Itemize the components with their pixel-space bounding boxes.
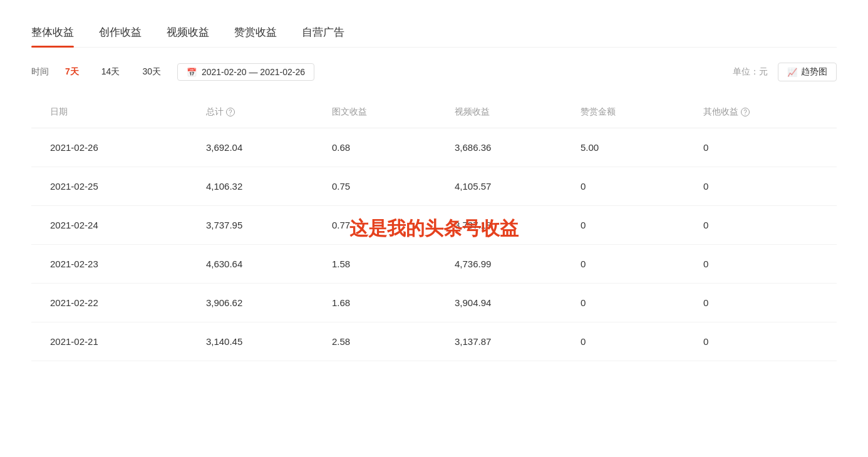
col-reward: 赞赏金额	[568, 96, 691, 128]
table-cell: 0.75	[319, 167, 442, 206]
table-cell: 0	[568, 245, 691, 284]
time-label: 时间	[31, 66, 49, 78]
tab-overall[interactable]: 整体收益	[31, 25, 74, 47]
table-cell: 0.68	[319, 128, 442, 167]
table-row: 2021-02-213,140.452.583,137.8700	[31, 322, 837, 361]
table-header-row: 日期 总计 ? 图文收益 视频收益 赞赏金额 其他收益 ?	[31, 96, 837, 128]
other-help-icon[interactable]: ?	[741, 108, 750, 116]
time-30d[interactable]: 30天	[136, 64, 167, 80]
table-cell: 0	[691, 167, 837, 206]
table-cell: 3,140.45	[194, 322, 319, 361]
table-cell: 3,906.62	[194, 284, 319, 322]
table-cell: 2021-02-24	[31, 206, 194, 245]
trend-chart-button[interactable]: 📈 趋势图	[778, 63, 837, 81]
table-cell: 0	[691, 245, 837, 284]
table-cell: 3,737.18	[442, 206, 568, 245]
table-cell: 0.77	[319, 206, 442, 245]
table-row: 2021-02-254,106.320.754,105.5700	[31, 167, 837, 206]
tab-ad[interactable]: 自营广告	[302, 25, 344, 47]
chart-icon: 📈	[787, 68, 797, 77]
table-cell: 4,630.64	[194, 245, 319, 284]
table-cell: 3,137.87	[442, 322, 568, 361]
page-container: 整体收益 创作收益 视频收益 赞赏收益 自营广告 时间 7天 14天 30天 📅…	[0, 0, 868, 386]
tab-creation[interactable]: 创作收益	[99, 25, 142, 47]
table-cell: 2021-02-21	[31, 322, 194, 361]
table-cell: 0	[691, 322, 837, 361]
table-cell: 3,904.94	[442, 284, 568, 322]
table-cell: 2021-02-26	[31, 128, 194, 167]
table-cell: 4,106.32	[194, 167, 319, 206]
table-cell: 0	[568, 206, 691, 245]
table-cell: 3,686.36	[442, 128, 568, 167]
table-row: 2021-02-234,630.641.584,736.9900	[31, 245, 837, 284]
total-help-icon[interactable]: ?	[226, 108, 235, 116]
table-cell: 2021-02-25	[31, 167, 194, 206]
table-cell: 3,737.95	[194, 206, 319, 245]
time-7d[interactable]: 7天	[59, 64, 85, 80]
table-cell: 1.68	[319, 284, 442, 322]
filter-bar: 时间 7天 14天 30天 📅 2021-02-20 — 2021-02-26 …	[31, 63, 837, 81]
col-total: 总计 ?	[194, 96, 319, 128]
tab-reward[interactable]: 赞赏收益	[234, 25, 277, 47]
table-cell: 0	[568, 322, 691, 361]
table-cell: 0	[568, 167, 691, 206]
table-cell: 3,692.04	[194, 128, 319, 167]
filter-right: 单位：元 📈 趋势图	[733, 63, 837, 81]
table-cell: 0	[691, 284, 837, 322]
table-cell: 0	[568, 284, 691, 322]
table-row: 2021-02-223,906.621.683,904.9400	[31, 284, 837, 322]
table-cell: 2.58	[319, 322, 442, 361]
table-cell: 2021-02-23	[31, 245, 194, 284]
trend-btn-label: 趋势图	[801, 66, 827, 78]
date-range-picker[interactable]: 📅 2021-02-20 — 2021-02-26	[177, 63, 314, 81]
table-cell: 4,736.99	[442, 245, 568, 284]
col-other: 其他收益 ?	[691, 96, 837, 128]
col-graphic: 图文收益	[319, 96, 442, 128]
table-row: 2021-02-243,737.950.773,737.1800	[31, 206, 837, 245]
unit-label: 单位：元	[733, 66, 768, 78]
table-cell: 0	[691, 128, 837, 167]
table-cell: 1.58	[319, 245, 442, 284]
table-row: 2021-02-263,692.040.683,686.365.000	[31, 128, 837, 167]
tab-video[interactable]: 视频收益	[167, 25, 209, 47]
time-14d[interactable]: 14天	[95, 64, 127, 80]
date-range-value: 2021-02-20 — 2021-02-26	[202, 67, 305, 77]
calendar-icon: 📅	[187, 68, 197, 77]
col-video: 视频收益	[442, 96, 568, 128]
col-date: 日期	[31, 96, 194, 128]
earnings-table: 日期 总计 ? 图文收益 视频收益 赞赏金额 其他收益 ?	[31, 96, 837, 361]
table-cell: 4,105.57	[442, 167, 568, 206]
table-cell: 5.00	[568, 128, 691, 167]
tabs-bar: 整体收益 创作收益 视频收益 赞赏收益 自营广告	[31, 25, 837, 48]
table-cell: 2021-02-22	[31, 284, 194, 322]
table-cell: 0	[691, 206, 837, 245]
